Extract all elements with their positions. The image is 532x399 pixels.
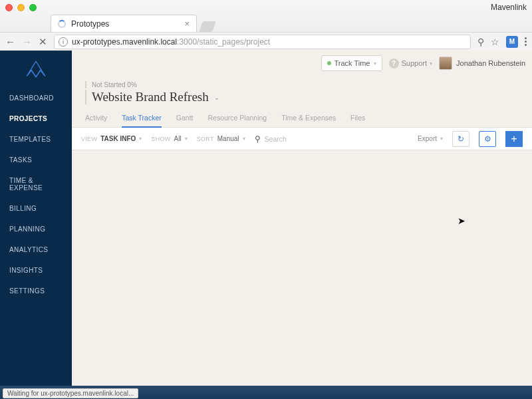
project-header: Not Started 0% Website Brand Refresh ⌄ — [72, 76, 532, 104]
browser-status-bar: Waiting for ux-prototypes.mavenlink.loca… — [3, 388, 138, 398]
track-time-label: Track Time — [334, 59, 370, 67]
app-shell: DASHBOARD PROJECTS TEMPLATES TASKS TIME … — [0, 51, 532, 386]
tab-gantt[interactable]: Gantt — [176, 114, 194, 127]
tab-task-tracker[interactable]: Task Tracker — [122, 114, 162, 127]
close-tab-button[interactable]: × — [184, 19, 190, 29]
chevron-down-icon: ▾ — [374, 61, 376, 66]
extension-icon[interactable]: M — [506, 36, 518, 48]
chevron-down-icon: ▾ — [139, 136, 142, 142]
sidebar-item-insights[interactable]: INSIGHTS — [0, 260, 72, 281]
help-icon: ? — [389, 59, 399, 68]
sidebar-item-dashboard[interactable]: DASHBOARD — [0, 88, 72, 108]
address-bar[interactable]: i ux-prototypes.mavenlink.local:3000/sta… — [54, 35, 471, 49]
chevron-down-icon: ⌄ — [214, 94, 219, 101]
task-canvas: ➤ — [72, 150, 532, 386]
main-panel: Track Time ▾ ? Support ▾ Jonathan Rubens… — [72, 51, 532, 386]
view-value: TASK INFO — [100, 135, 136, 142]
site-info-icon[interactable]: i — [59, 37, 68, 47]
tab-title: Prototypes — [71, 19, 184, 29]
sort-value: Manual — [217, 135, 239, 142]
browser-menu-button[interactable] — [525, 37, 527, 46]
sidebar-item-billing[interactable]: BILLING — [0, 198, 72, 219]
back-button[interactable]: ← — [5, 36, 15, 47]
url-host: ux-prototypes.mavenlink.local — [72, 37, 177, 47]
user-name: Jonathan Rubenstein — [456, 59, 525, 67]
tab-resource-planning[interactable]: Resource Planning — [207, 114, 267, 127]
sidebar-item-settings[interactable]: SETTINGS — [0, 281, 72, 301]
maximize-window-button[interactable] — [29, 4, 37, 11]
project-subtabs: Activity Task Tracker Gantt Resource Pla… — [72, 104, 532, 128]
stop-reload-button[interactable]: ✕ — [39, 36, 47, 48]
new-tab-button[interactable] — [199, 21, 216, 32]
sort-label: SORT — [197, 136, 214, 142]
refresh-icon: ↻ — [458, 134, 464, 144]
filter-bar: VIEW TASK INFO ▾ SHOW All ▾ SORT Manual … — [72, 128, 532, 150]
browser-tab[interactable]: Prototypes × — [51, 15, 197, 32]
chevron-down-icon: ▾ — [185, 136, 188, 142]
url-text: ux-prototypes.mavenlink.local:3000/stati… — [72, 37, 270, 47]
refresh-button[interactable]: ↻ — [452, 131, 469, 147]
tab-files[interactable]: Files — [350, 114, 365, 127]
search-input[interactable] — [265, 135, 344, 143]
chevron-down-icon: ▾ — [430, 61, 432, 66]
sidebar-item-projects[interactable]: PROJECTS — [0, 108, 72, 129]
tab-time-expenses[interactable]: Time & Expenses — [281, 114, 336, 127]
chevron-down-icon: ▾ — [243, 136, 245, 142]
close-window-button[interactable] — [5, 4, 13, 11]
chevron-down-icon: ▾ — [440, 136, 443, 142]
app-logo[interactable] — [0, 51, 72, 88]
minimize-window-button[interactable] — [17, 4, 25, 11]
tab-activity[interactable]: Activity — [85, 114, 107, 127]
sliders-icon: ⚙ — [484, 134, 491, 144]
sidebar: DASHBOARD PROJECTS TEMPLATES TASKS TIME … — [0, 51, 72, 386]
sidebar-item-templates[interactable]: TEMPLATES — [0, 129, 72, 150]
show-selector[interactable]: SHOW All ▾ — [151, 135, 187, 142]
export-label: Export — [418, 135, 437, 142]
sidebar-item-analytics[interactable]: ANALYTICS — [0, 239, 72, 260]
zoom-icon[interactable]: ⚲ — [477, 37, 484, 47]
browser-tabstrip: Prototypes × — [0, 15, 532, 32]
project-title-row[interactable]: Website Brand Refresh ⌄ — [85, 90, 519, 104]
avatar — [439, 57, 452, 70]
search-icon[interactable]: ⚲ — [255, 134, 261, 144]
track-time-button[interactable]: Track Time ▾ — [321, 55, 382, 71]
project-title: Website Brand Refresh — [92, 90, 209, 104]
sidebar-item-planning[interactable]: PLANNING — [0, 219, 72, 239]
browser-chrome: Mavenlink Prototypes × ← → ✕ i ux-protot… — [0, 0, 532, 51]
loading-spinner-icon — [58, 20, 66, 28]
browser-toolbar: ← → ✕ i ux-prototypes.mavenlink.local:30… — [0, 32, 532, 51]
support-menu[interactable]: ? Support ▾ — [389, 59, 433, 68]
view-selector[interactable]: VIEW TASK INFO ▾ — [81, 135, 142, 142]
menubar-app-name: Mavenlink — [491, 3, 527, 12]
record-dot-icon — [327, 61, 331, 65]
sidebar-nav: DASHBOARD PROJECTS TEMPLATES TASKS TIME … — [0, 88, 72, 301]
support-label: Support — [402, 59, 428, 67]
view-label: VIEW — [81, 136, 97, 142]
settings-view-button[interactable]: ⚙ — [479, 131, 496, 147]
traffic-lights — [5, 4, 37, 11]
sidebar-item-time-expense[interactable]: TIME & EXPENSE — [0, 170, 72, 198]
mouse-cursor-icon: ➤ — [458, 215, 466, 226]
app-topbar: Track Time ▾ ? Support ▾ Jonathan Rubens… — [72, 51, 532, 76]
sidebar-item-tasks[interactable]: TASKS — [0, 150, 72, 170]
user-menu[interactable]: Jonathan Rubenstein — [439, 57, 525, 70]
window-titlebar: Mavenlink — [0, 0, 532, 15]
plus-icon: + — [511, 133, 517, 145]
export-menu[interactable]: Export ▾ — [418, 135, 443, 142]
sort-selector[interactable]: SORT Manual ▾ — [197, 135, 245, 142]
show-value: All — [174, 135, 182, 142]
mavenlink-logo-icon — [25, 58, 47, 80]
url-path: :3000/static_pages/project — [177, 37, 270, 47]
add-task-button[interactable]: + — [505, 131, 523, 147]
project-status: Not Started 0% — [85, 81, 519, 88]
forward-button[interactable]: → — [22, 36, 32, 47]
search-wrap: ⚲ — [255, 134, 409, 144]
bookmark-star-icon[interactable]: ☆ — [491, 37, 499, 47]
show-label: SHOW — [151, 136, 170, 142]
